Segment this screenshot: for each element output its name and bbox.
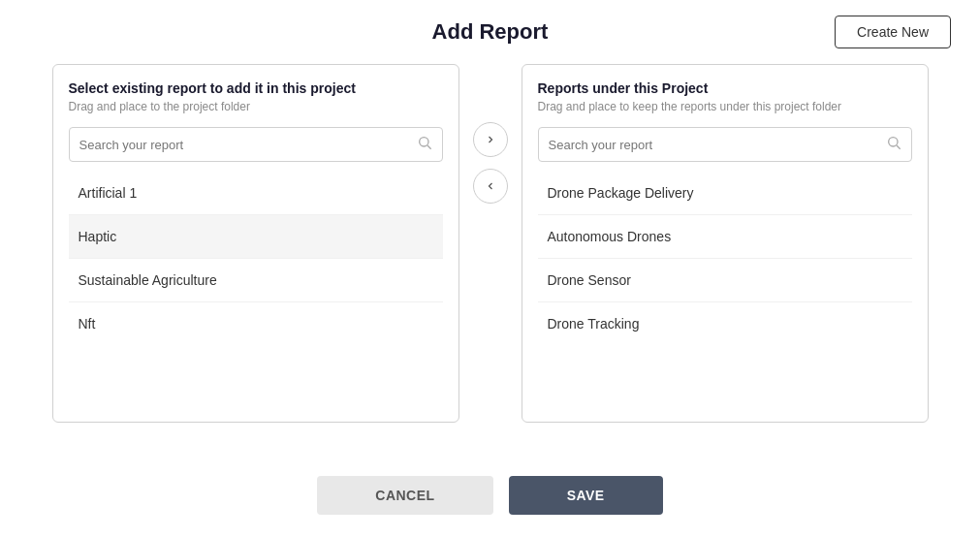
svg-line-3: [897, 145, 901, 149]
right-panel: Reports under this Project Drag and plac…: [522, 64, 929, 423]
page-header: Add Report Create New: [0, 0, 980, 64]
right-search-icon: [886, 135, 901, 154]
list-item[interactable]: Sustainable Agriculture: [69, 259, 443, 302]
list-item[interactable]: Drone Tracking: [538, 302, 912, 345]
right-list: Drone Package DeliveryAutonomous DronesD…: [538, 172, 912, 406]
left-panel: Select existing report to add it in this…: [52, 64, 459, 423]
page-title: Add Report: [432, 19, 549, 45]
svg-point-0: [419, 138, 427, 146]
left-list: Artificial 1HapticSustainable Agricultur…: [69, 172, 443, 406]
left-search-input[interactable]: [79, 138, 417, 152]
svg-point-2: [888, 138, 897, 146]
svg-line-1: [427, 145, 431, 149]
footer: CANCEL SAVE: [0, 457, 980, 538]
left-search-icon: [417, 135, 432, 154]
create-new-button[interactable]: Create New: [835, 16, 951, 48]
left-search-box: [69, 127, 443, 162]
list-item[interactable]: Haptic: [69, 215, 443, 259]
list-item[interactable]: Drone Package Delivery: [538, 172, 912, 215]
move-right-button[interactable]: [473, 122, 508, 157]
left-panel-title: Select existing report to add it in this…: [69, 80, 443, 96]
arrow-controls: [459, 122, 522, 204]
main-content: Select existing report to add it in this…: [0, 64, 980, 457]
right-panel-title: Reports under this Project: [538, 80, 912, 96]
move-left-button[interactable]: [473, 169, 508, 204]
list-item[interactable]: Autonomous Drones: [538, 215, 912, 259]
list-item[interactable]: Nft: [69, 302, 443, 345]
cancel-button[interactable]: CANCEL: [317, 476, 492, 515]
list-item[interactable]: Artificial 1: [69, 172, 443, 215]
right-panel-subtitle: Drag and place to keep the reports under…: [538, 100, 912, 113]
right-search-box: [538, 127, 912, 162]
save-button[interactable]: SAVE: [509, 476, 663, 515]
list-item[interactable]: Drone Sensor: [538, 259, 912, 302]
left-panel-subtitle: Drag and place to the project folder: [69, 100, 443, 113]
right-search-input[interactable]: [549, 138, 886, 152]
